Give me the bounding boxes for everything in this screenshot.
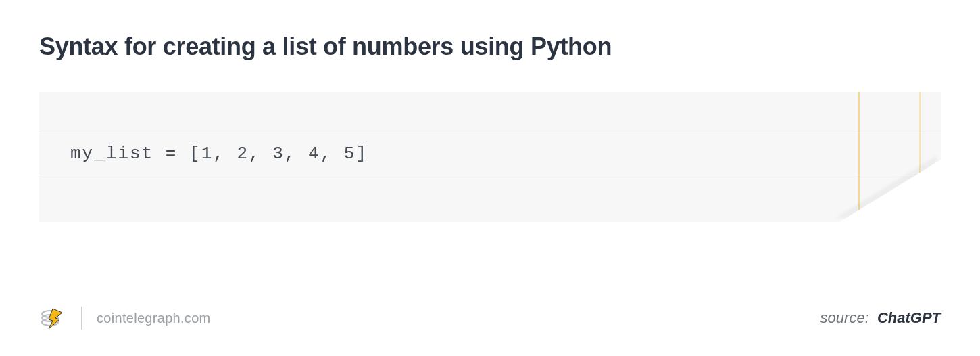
page-title: Syntax for creating a list of numbers us… [39,32,941,61]
svg-marker-3 [49,309,62,329]
ruled-line [39,133,941,133]
ruled-line [39,175,941,175]
code-line: my_list = [1, 2, 3, 4, 5] [70,143,368,164]
cointelegraph-logo-icon [39,305,66,332]
site-label: cointelegraph.com [97,311,211,326]
source-value: ChatGPT [877,309,941,326]
source-attribution: source: ChatGPT [820,309,941,327]
footer-divider [81,307,82,330]
code-block: my_list = [1, 2, 3, 4, 5] [39,92,941,222]
source-label: source: [820,309,869,326]
page-fold [839,160,941,222]
footer: cointelegraph.com source: ChatGPT [39,305,941,332]
footer-left: cointelegraph.com [39,305,211,332]
